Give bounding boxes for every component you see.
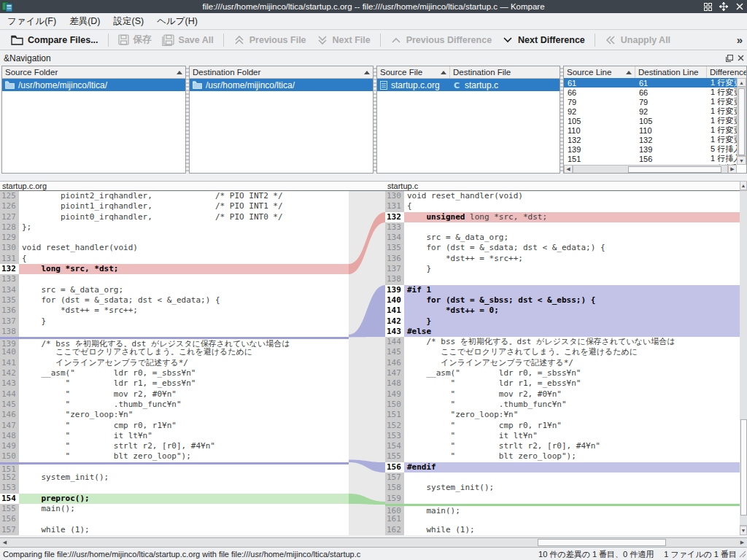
source-folder-header[interactable]: Source Folder	[2, 66, 185, 79]
diff-line: 143#else	[385, 327, 740, 337]
destination-folder-header[interactable]: Destination Folder	[190, 66, 373, 79]
line-number: 141	[385, 306, 404, 316]
line-text: *dst++ = 0;	[404, 306, 740, 316]
line-text: インラインアセンブラで記述する*/	[404, 358, 740, 368]
menu-settings[interactable]: 設定(S)	[114, 15, 144, 28]
horizontal-scrollbar[interactable]	[573, 165, 728, 174]
difference-list-cell: 92	[564, 107, 635, 116]
scroll-right-arrow[interactable]: ▶	[738, 538, 747, 547]
diff-line: 157 while (1);	[0, 525, 349, 535]
move-icon[interactable]	[719, 1, 729, 12]
diff-line: 139#if 1	[385, 285, 740, 295]
inserted-connector	[349, 285, 385, 338]
line-number: 131	[385, 201, 404, 211]
scroll-left-arrow[interactable]: ◀	[564, 165, 573, 174]
previous-difference-button[interactable]: Previous Difference	[385, 31, 497, 49]
line-number: 160	[385, 506, 404, 514]
line-text: *dst++ = *src++;	[19, 306, 349, 316]
nav-lines-rows: 61611 行変更66661 行変更79791 行変更92921 行変更1051…	[564, 78, 737, 165]
line-text: "zero_loop:¥n"	[19, 410, 349, 420]
line-number: 144	[0, 389, 19, 400]
scroll-down-arrow[interactable]: ▼	[740, 526, 747, 535]
next-difference-button[interactable]: Next Difference	[497, 31, 590, 49]
line-number: 132	[0, 264, 19, 274]
unapply-all-button[interactable]: Unapply All	[600, 31, 676, 49]
line-number: 161	[385, 514, 404, 524]
scrollbar-thumb[interactable]	[740, 419, 747, 516]
diff-line: 157	[385, 472, 740, 483]
difference-list-cell: 92	[635, 107, 707, 116]
diff-line: 130void reset_handler(void)	[385, 191, 740, 201]
line-number: 141	[0, 358, 19, 368]
line-number: 126	[0, 201, 19, 211]
diff-vertical-scrollbar[interactable]: ▲ ▼	[740, 181, 747, 535]
scroll-left-arrow[interactable]: ◀	[0, 538, 9, 547]
line-number: 158	[385, 483, 404, 493]
line-number: 159	[385, 494, 404, 504]
changed-connector	[349, 212, 385, 274]
source-folder-row[interactable]: /usr/home/mijinco/ltica/	[2, 79, 185, 91]
diff-line: 152 " cmp r0, r1¥n"	[385, 421, 740, 431]
menu-file[interactable]: ファイル(F)	[7, 15, 56, 28]
line-text: " .thumb_func¥n"	[404, 400, 740, 410]
destination-folder-row[interactable]: /usr/home/mijinco/ltica/	[190, 79, 373, 91]
diff-pane-destination[interactable]: 130void reset_handler(void)131{132 unsig…	[385, 191, 740, 535]
line-number: 130	[385, 191, 404, 201]
save-button[interactable]: 保存	[113, 31, 157, 49]
line-number: 162	[385, 525, 404, 535]
line-text: #endif	[404, 462, 740, 472]
dock-float-button[interactable]	[724, 53, 734, 63]
tiles-icon[interactable]	[703, 1, 713, 12]
diff-line: 156#endif	[385, 462, 740, 472]
next-file-button[interactable]: Next File	[311, 31, 376, 49]
difference-list-cell: 139	[564, 145, 635, 154]
dock-close-button[interactable]	[736, 53, 746, 63]
diff-pane-source[interactable]: 125 pioint2_irqhandler, /* PIO INT2 */12…	[0, 191, 349, 535]
diff-line: 126 pioint1_irqhandler, /* PIO INT1 */	[0, 201, 349, 211]
line-number: 153	[0, 483, 19, 493]
difference-list-cell: 61	[564, 79, 635, 88]
scrollbar-thumb[interactable]	[628, 166, 721, 173]
difference-list-cell: 105	[635, 117, 707, 125]
scroll-up-arrow[interactable]: ▲	[737, 78, 746, 87]
line-number: 136	[385, 254, 404, 264]
files-header[interactable]: Source File Destination File	[377, 66, 560, 79]
files-panel: Source File Destination File startup.c.o…	[376, 66, 560, 174]
scrollbar-thumb[interactable]	[538, 539, 666, 546]
line-text: pioint0_irqhandler, /* PIO INT0 */	[19, 212, 349, 222]
scrollbar-thumb[interactable]	[738, 88, 745, 155]
toolbar-overflow-button[interactable]: »	[737, 34, 743, 46]
diff-horizontal-scrollbar[interactable]: ◀ ▶	[0, 537, 747, 548]
diff-line: 141 インラインアセンブラで記述する*/	[0, 358, 349, 368]
previous-file-button[interactable]: Previous File	[228, 31, 311, 49]
difference-list-cell: 132	[635, 136, 707, 144]
differences-header[interactable]: Source Line Destination Line Difference	[564, 66, 746, 79]
menu-help[interactable]: ヘルプ(H)	[157, 15, 198, 28]
diff-line: 133	[385, 222, 740, 233]
close-icon[interactable]	[735, 1, 745, 12]
file-pair-row[interactable]: startup.c.org C startup.c	[377, 79, 560, 91]
diff-line: 152 system_init();	[0, 472, 349, 483]
save-all-button[interactable]: Save All	[157, 31, 219, 49]
vertical-scrollbar[interactable]	[737, 87, 746, 156]
line-number: 135	[0, 295, 19, 306]
line-number: 134	[0, 285, 19, 295]
scroll-right-arrow[interactable]: ▶	[728, 165, 737, 174]
destination-folder-panel: Destination Folder /usr/home/mijinco/lti…	[189, 66, 374, 174]
line-number: 130	[0, 243, 19, 253]
line-text: {	[404, 201, 740, 211]
resize-grip[interactable]	[738, 550, 746, 559]
folder-icon	[193, 81, 202, 89]
menu-difference[interactable]: 差異(D)	[69, 15, 100, 28]
scroll-down-arrow[interactable]: ▼	[737, 156, 746, 165]
line-number: 143	[385, 327, 404, 337]
line-number: 157	[0, 525, 19, 535]
line-text	[404, 494, 740, 504]
line-text: for (dst = &_sdata; dst < &_edata;) {	[404, 243, 740, 253]
line-text	[19, 514, 349, 524]
line-number: 149	[385, 389, 404, 400]
compare-files-button[interactable]: Compare Files...	[6, 31, 104, 49]
scroll-up-arrow[interactable]: ▲	[740, 181, 747, 190]
chevron-up-icon	[390, 36, 402, 44]
line-number: 157	[385, 472, 404, 483]
